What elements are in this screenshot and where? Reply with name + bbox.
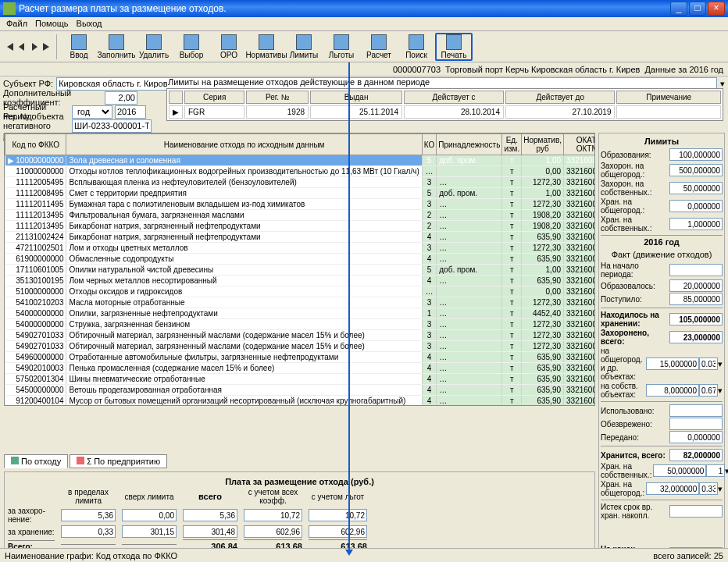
record-code: 0000007703 [393, 65, 441, 74]
toolbar-ввод[interactable]: Ввод [60, 33, 98, 61]
table-row[interactable]: 47211002501Лом и отходы цветных металлов… [5, 243, 596, 254]
table-row[interactable]: 35130100195Лом черных металлов несортиро… [5, 276, 596, 286]
lim-reg[interactable]: 1928 [246, 105, 309, 119]
toolbar-выбор[interactable]: Выбор [173, 33, 210, 61]
table-row[interactable]: 54100210203Масла моторные отработанные3…… [5, 297, 596, 308]
period-mode-select[interactable]: год [72, 105, 112, 119]
toolbar-расчет[interactable]: Расчет [360, 33, 398, 61]
side-panel: Лимиты Образования:Захорон. на общегород… [598, 133, 725, 559]
first-record-icon[interactable] [4, 41, 15, 52]
tab-by-enterprise[interactable]: Σ По предприятию [70, 454, 167, 468]
limits-table: СерияРег. №ВыданДействует сДействует доП… [166, 88, 723, 121]
close-button[interactable]: × [708, 2, 725, 16]
table-row[interactable]: 54902010003Пенька промасленная (содержан… [5, 363, 596, 374]
spinner-icon[interactable]: ▾ [725, 466, 728, 476]
record-text: Торговый порт Керчь Кировская область г.… [445, 65, 640, 74]
table-row[interactable]: 54000000000Стружка, загрязненная бензино… [5, 319, 596, 330]
table-row[interactable]: 54000000000Опилки, загрязненные нефтепро… [5, 308, 596, 319]
lim-note[interactable] [616, 105, 721, 119]
current-column: Наименование графи: Код отхода по ФККО [5, 551, 177, 560]
lim-series[interactable]: FGR [184, 105, 244, 119]
table-row[interactable]: 11000000000Отходы котлов теплофикационны… [5, 166, 596, 177]
toolbar-печать[interactable]: Печать [435, 33, 473, 61]
prev-record-icon[interactable] [16, 41, 27, 52]
table-row[interactable]: 11112013495Фильтровальная бумага, загряз… [5, 210, 596, 221]
info-row: 0000007703 Торговый порт Керчь Кировская… [0, 62, 728, 76]
tool-icon [334, 34, 349, 50]
table-row[interactable]: 11112013495Бикарбонат натрия, загрязненн… [5, 221, 596, 232]
app-icon [3, 2, 16, 15]
toolbar-заполнить[interactable]: Заполнить [98, 33, 135, 61]
lim-from[interactable]: 28.10.2014 [404, 105, 504, 119]
year-header: 2016 год [601, 235, 723, 248]
toolbar-льготы[interactable]: Льготы [323, 33, 360, 61]
tool-icon [259, 34, 274, 50]
tool-icon [109, 34, 124, 50]
payment-calc: Плата за размещение отхода (руб.) в пред… [4, 471, 595, 555]
menubar: Файл Помощь Выход [0, 17, 728, 31]
waste-grid[interactable]: Код по ФККОНаименование отхода по исходн… [4, 133, 595, 406]
window-title: Расчет размера платы за размещение отход… [19, 3, 670, 14]
titlebar: Расчет размера платы за размещение отход… [0, 0, 728, 17]
tool-icon [146, 34, 162, 50]
calc-title: Плата за размещение отхода (руб.) [8, 475, 591, 488]
limits-title: Лимиты на размещение отходов действующие… [166, 76, 723, 88]
menu-exit[interactable]: Выход [77, 19, 102, 29]
spinner-icon[interactable]: ▾ [718, 386, 723, 396]
toolbar-удалить[interactable]: Удалить [135, 33, 173, 61]
table-row[interactable]: 51000000000Отходы оксидов и гидроксидов…… [5, 286, 596, 297]
table-row[interactable]: ▶ 10000000000Зола древесная и соломенная… [5, 155, 596, 166]
table-row[interactable]: 91200400104Мусор от бытовых помещений ор… [5, 396, 596, 407]
table-row[interactable]: 54960000000Отработанные автомобильные фи… [5, 352, 596, 363]
statusbar: Наименование графи: Код отхода по ФККО в… [0, 548, 728, 562]
record-year: Данные за 2016 год [644, 65, 723, 74]
table-row[interactable]: 21131002424Бикарбонат натрия, загрязненн… [5, 232, 596, 243]
spinner-icon[interactable]: ▾ [718, 359, 723, 369]
tool-icon [184, 34, 199, 50]
toolbar-поиск[interactable]: Поиск [398, 33, 435, 61]
table-row[interactable]: 54902701033Обтирочный материал, загрязне… [5, 330, 596, 341]
lim-issued[interactable]: 25.11.2014 [310, 105, 402, 119]
table-row[interactable]: 17110601005Опилки натуральной чистой дре… [5, 265, 596, 276]
regnum-input[interactable] [72, 119, 152, 133]
fact-header: Факт (движение отходов) [601, 248, 723, 261]
menu-file[interactable]: Файл [6, 19, 27, 29]
table-row[interactable]: 57502001304Шины пневматические отработан… [5, 374, 596, 385]
maximize-button[interactable]: □ [689, 2, 706, 16]
table-row[interactable]: 54500000000Ветошь продегазированная отра… [5, 385, 596, 396]
tool-icon [296, 34, 312, 50]
minimize-button[interactable]: _ [670, 2, 687, 16]
lim-to[interactable]: 27.10.2019 [505, 105, 615, 119]
spinner-icon[interactable]: ▾ [718, 484, 723, 494]
next-record-icon[interactable] [29, 41, 40, 52]
table-row[interactable]: 11112008495Смет с территории предприятия… [5, 188, 596, 199]
toolbar-нормативы[interactable]: Нормативы [248, 33, 285, 61]
tool-icon [446, 34, 462, 50]
table-row[interactable]: 54902701033Обтирочный материал, загрязне… [5, 341, 596, 352]
toolbar-оро[interactable]: ОРО [210, 33, 248, 61]
limits-header: Лимиты [601, 135, 723, 148]
tool-icon [71, 34, 87, 50]
tab-by-waste[interactable]: По отходу [4, 454, 68, 468]
menu-help[interactable]: Помощь [35, 19, 69, 29]
table-row[interactable]: 11112011495Бумажная тара с полиэтиленовы… [5, 199, 596, 210]
tool-icon [371, 34, 387, 50]
tool-icon [221, 34, 237, 50]
tool-icon [409, 34, 424, 50]
period-year-input[interactable] [115, 105, 146, 119]
table-row[interactable]: 61900000000Обмасленные содопродукты4…т63… [5, 254, 596, 265]
coef-input[interactable] [105, 91, 137, 105]
subject-label: Субъект РФ: [3, 79, 56, 88]
last-record-icon[interactable] [41, 41, 52, 52]
table-row[interactable]: 11112005495Всплывающая пленка из нефтеул… [5, 177, 596, 188]
toolbar: ВводЗаполнитьУдалитьВыборОРОНормативыЛим… [0, 31, 728, 62]
toolbar-лимиты[interactable]: Лимиты [285, 33, 323, 61]
